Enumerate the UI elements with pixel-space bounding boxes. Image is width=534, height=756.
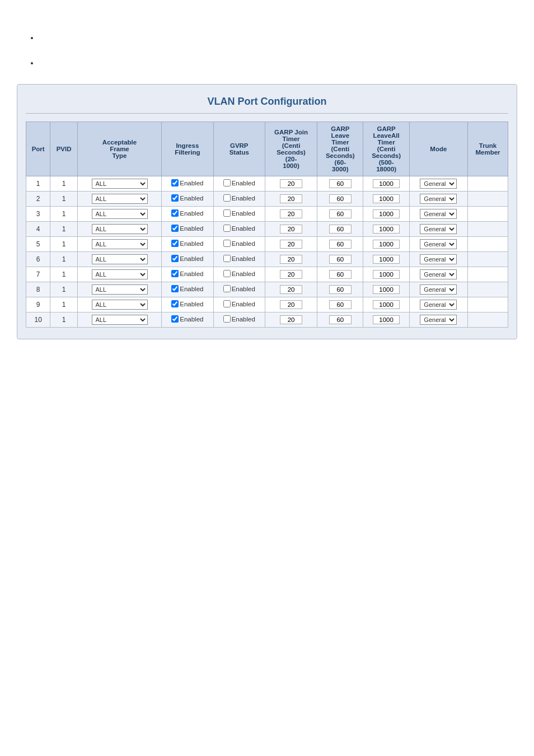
garp-leave-input[interactable] <box>329 300 352 309</box>
gvrp-checkbox[interactable] <box>223 240 231 247</box>
cell-ingress[interactable]: Enabled <box>162 252 213 267</box>
garp-leave-input[interactable] <box>329 179 352 188</box>
cell-garp-leaveall[interactable] <box>363 207 409 222</box>
cell-garp-join[interactable] <box>265 297 317 312</box>
gvrp-checkbox[interactable] <box>223 285 231 292</box>
cell-mode[interactable]: GeneralAccessTrunk <box>409 312 467 328</box>
cell-garp-leaveall[interactable] <box>363 192 409 207</box>
cell-mode[interactable]: GeneralAccessTrunk <box>409 222 467 237</box>
cell-garp-leave[interactable] <box>317 176 363 192</box>
garp-leaveall-input[interactable] <box>373 255 400 264</box>
cell-frame-type[interactable]: ALLTagged OnlyUntagged Only <box>77 237 161 252</box>
cell-garp-join[interactable] <box>265 252 317 267</box>
gvrp-checkbox[interactable] <box>223 209 231 217</box>
cell-ingress[interactable]: Enabled <box>162 207 213 222</box>
frame-type-select[interactable]: ALLTagged OnlyUntagged Only <box>92 224 148 234</box>
cell-frame-type[interactable]: ALLTagged OnlyUntagged Only <box>77 176 161 192</box>
garp-leave-input[interactable] <box>329 209 352 218</box>
cell-gvrp[interactable]: Enabled <box>213 252 265 267</box>
cell-gvrp[interactable]: Enabled <box>213 312 265 328</box>
cell-garp-leave[interactable] <box>317 297 363 312</box>
garp-join-input[interactable] <box>280 300 302 309</box>
frame-type-select[interactable]: ALLTagged OnlyUntagged Only <box>92 239 148 249</box>
ingress-checkbox[interactable] <box>171 285 179 292</box>
gvrp-checkbox[interactable] <box>223 270 231 277</box>
cell-garp-join[interactable] <box>265 192 317 207</box>
cell-garp-leave[interactable] <box>317 222 363 237</box>
cell-garp-leaveall[interactable] <box>363 297 409 312</box>
ingress-checkbox[interactable] <box>171 270 179 277</box>
cell-mode[interactable]: GeneralAccessTrunk <box>409 297 467 312</box>
cell-garp-leave[interactable] <box>317 192 363 207</box>
cell-gvrp[interactable]: Enabled <box>213 267 265 282</box>
cell-garp-join[interactable] <box>265 267 317 282</box>
gvrp-checkbox[interactable] <box>223 300 231 307</box>
frame-type-select[interactable]: ALLTagged OnlyUntagged Only <box>92 254 148 264</box>
frame-type-select[interactable]: ALLTagged OnlyUntagged Only <box>92 179 148 189</box>
frame-type-select[interactable]: ALLTagged OnlyUntagged Only <box>92 209 148 219</box>
frame-type-select[interactable]: ALLTagged OnlyUntagged Only <box>92 194 148 204</box>
ingress-checkbox[interactable] <box>171 209 179 217</box>
garp-leaveall-input[interactable] <box>373 194 400 203</box>
ingress-checkbox[interactable] <box>171 315 179 323</box>
cell-frame-type[interactable]: ALLTagged OnlyUntagged Only <box>77 282 161 297</box>
garp-join-input[interactable] <box>280 179 302 188</box>
cell-ingress[interactable]: Enabled <box>162 176 213 192</box>
cell-frame-type[interactable]: ALLTagged OnlyUntagged Only <box>77 207 161 222</box>
cell-gvrp[interactable]: Enabled <box>213 282 265 297</box>
cell-garp-leave[interactable] <box>317 267 363 282</box>
garp-leaveall-input[interactable] <box>373 285 400 294</box>
cell-garp-join[interactable] <box>265 282 317 297</box>
garp-leaveall-input[interactable] <box>373 225 400 234</box>
garp-join-input[interactable] <box>280 255 302 264</box>
mode-select[interactable]: GeneralAccessTrunk <box>420 254 457 264</box>
garp-leave-input[interactable] <box>329 255 352 264</box>
cell-ingress[interactable]: Enabled <box>162 222 213 237</box>
frame-type-select[interactable]: ALLTagged OnlyUntagged Only <box>92 300 148 310</box>
garp-leave-input[interactable] <box>329 240 352 249</box>
cell-frame-type[interactable]: ALLTagged OnlyUntagged Only <box>77 267 161 282</box>
cell-mode[interactable]: GeneralAccessTrunk <box>409 282 467 297</box>
garp-leaveall-input[interactable] <box>373 315 400 324</box>
cell-garp-leave[interactable] <box>317 252 363 267</box>
cell-mode[interactable]: GeneralAccessTrunk <box>409 252 467 267</box>
mode-select[interactable]: GeneralAccessTrunk <box>420 209 457 219</box>
cell-gvrp[interactable]: Enabled <box>213 237 265 252</box>
garp-join-input[interactable] <box>280 270 302 279</box>
garp-join-input[interactable] <box>280 194 302 203</box>
garp-leave-input[interactable] <box>329 270 352 279</box>
cell-frame-type[interactable]: ALLTagged OnlyUntagged Only <box>77 252 161 267</box>
garp-leave-input[interactable] <box>329 315 352 324</box>
mode-select[interactable]: GeneralAccessTrunk <box>420 284 457 295</box>
mode-select[interactable]: GeneralAccessTrunk <box>420 239 457 249</box>
garp-leave-input[interactable] <box>329 225 352 234</box>
ingress-checkbox[interactable] <box>171 179 179 186</box>
cell-frame-type[interactable]: ALLTagged OnlyUntagged Only <box>77 192 161 207</box>
gvrp-checkbox[interactable] <box>223 225 231 232</box>
cell-mode[interactable]: GeneralAccessTrunk <box>409 192 467 207</box>
garp-join-input[interactable] <box>280 240 302 249</box>
cell-mode[interactable]: GeneralAccessTrunk <box>409 207 467 222</box>
cell-ingress[interactable]: Enabled <box>162 312 213 328</box>
cell-garp-leave[interactable] <box>317 312 363 328</box>
gvrp-checkbox[interactable] <box>223 194 231 202</box>
cell-garp-leave[interactable] <box>317 207 363 222</box>
cell-gvrp[interactable]: Enabled <box>213 192 265 207</box>
cell-ingress[interactable]: Enabled <box>162 237 213 252</box>
garp-leaveall-input[interactable] <box>373 300 400 309</box>
garp-leave-input[interactable] <box>329 285 352 294</box>
garp-join-input[interactable] <box>280 315 302 324</box>
cell-garp-leaveall[interactable] <box>363 312 409 328</box>
cell-garp-leaveall[interactable] <box>363 252 409 267</box>
gvrp-checkbox[interactable] <box>223 179 231 186</box>
gvrp-checkbox[interactable] <box>223 255 231 262</box>
garp-leaveall-input[interactable] <box>373 209 400 218</box>
cell-garp-leaveall[interactable] <box>363 267 409 282</box>
ingress-checkbox[interactable] <box>171 300 179 307</box>
cell-mode[interactable]: GeneralAccessTrunk <box>409 237 467 252</box>
garp-leaveall-input[interactable] <box>373 179 400 188</box>
cell-ingress[interactable]: Enabled <box>162 282 213 297</box>
cell-garp-leaveall[interactable] <box>363 176 409 192</box>
cell-frame-type[interactable]: ALLTagged OnlyUntagged Only <box>77 312 161 328</box>
cell-mode[interactable]: GeneralAccessTrunk <box>409 267 467 282</box>
